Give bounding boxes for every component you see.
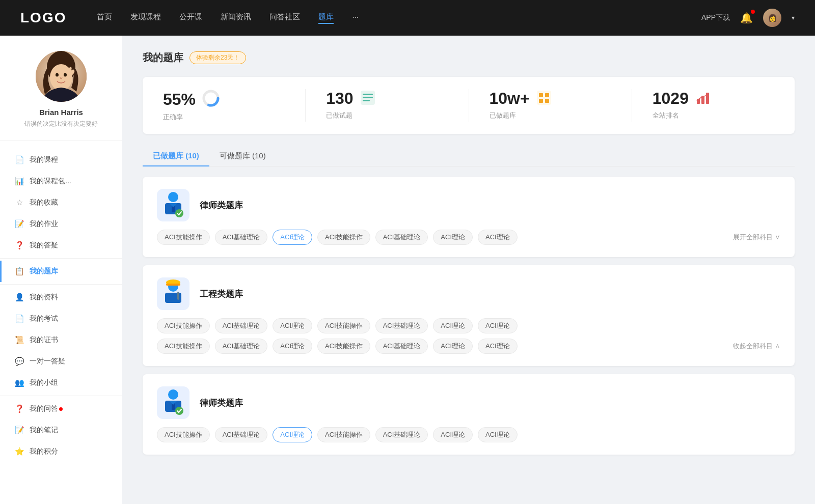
tag-1-1[interactable]: ACI基础理论 [215,339,268,354]
tag-1-1[interactable]: ACI基础理论 [215,318,268,333]
sidebar-icon-7: 📄 [14,314,24,323]
stat-label-1: 已做试题 [326,111,352,120]
tag-0-6[interactable]: ACI理论 [478,230,518,245]
tag-2-2[interactable]: ACI理论 [273,427,312,442]
tag-1-2[interactable]: ACI理论 [273,318,312,333]
notification-badge [751,10,755,14]
sidebar-icon-0: 📄 [14,155,24,164]
tag-0-3[interactable]: ACI技能操作 [317,230,370,245]
tag-0-2[interactable]: ACI理论 [273,230,312,245]
svg-point-3 [56,73,59,77]
sidebar-item-11[interactable]: ❓我的问答 [0,398,122,419]
tag-0-4[interactable]: ACI基础理论 [375,230,428,245]
sidebar-icon-10: 👥 [14,378,24,387]
stat-icon-3 [695,90,711,108]
tag-1-6[interactable]: ACI理论 [478,339,518,354]
nav-item-公开课[interactable]: 公开课 [179,12,202,24]
sidebar: Brian Harris 错误的决定比没有决定要好 📄我的课程📊我的课程包...… [0,36,122,504]
avatar-image: 👩 [763,9,781,27]
stat-value-2: 10w+ [490,89,530,108]
sidebar-item-3[interactable]: 📝我的作业 [0,213,122,235]
tag-2-4[interactable]: ACI基础理论 [375,427,428,442]
chevron-down-icon[interactable]: ▾ [792,14,795,21]
tab-0[interactable]: 已做题库 (10) [143,146,209,166]
notification-bell[interactable]: 🔔 [740,12,753,24]
tag-2-6[interactable]: ACI理论 [478,427,518,442]
qbank-list: 律师类题库ACI技能操作ACI基础理论ACI理论ACI技能操作ACI基础理论AC… [143,177,795,455]
tag-0-5[interactable]: ACI理论 [433,230,473,245]
sidebar-item-10[interactable]: 👥我的小组 [0,372,122,394]
nav-item-题库[interactable]: 题库 [318,12,334,24]
svg-point-22 [175,209,183,217]
svg-rect-25 [166,284,180,286]
sidebar-item-0[interactable]: 📄我的课程 [0,149,122,171]
sidebar-icon-1: 📊 [14,177,24,186]
tag-1-2[interactable]: ACI理论 [273,339,312,354]
tag-1-5[interactable]: ACI理论 [433,318,473,333]
stat-value-1: 130 [326,89,353,108]
sidebar-icon-2: ☆ [14,198,24,207]
qbank-title-2: 律师类题库 [200,397,780,409]
tabs: 已做题库 (10)可做题库 (10) [143,146,795,166]
nav-item-发现课程[interactable]: 发现课程 [130,12,161,24]
nav-item-首页[interactable]: 首页 [97,12,112,24]
sidebar-item-1[interactable]: 📊我的课程包... [0,171,122,192]
expand-link-1[interactable]: 收起全部科目 ∧ [733,342,780,351]
tag-1-3[interactable]: ACI技能操作 [317,339,370,354]
sidebar-item-12[interactable]: 📝我的笔记 [0,419,122,441]
sidebar-label-9: 一对一答疑 [30,357,65,366]
stat-item-3: 1029 全站排名 [632,89,795,122]
svg-rect-15 [545,99,549,103]
notification-dot [59,407,63,411]
tag-1-5[interactable]: ACI理论 [433,339,473,354]
tab-1[interactable]: 可做题库 (10) [209,146,276,166]
sidebar-icon-9: 💬 [14,357,24,366]
user-avatar [36,51,87,102]
qbank-header-1: 工程类题库 [157,277,780,310]
sidebar-item-8[interactable]: 📜我的证书 [0,329,122,351]
sidebar-item-13[interactable]: ⭐我的积分 [0,441,122,462]
tag-1-0[interactable]: ACI技能操作 [157,339,210,354]
tag-1-0[interactable]: ACI技能操作 [157,318,210,333]
sidebar-item-7[interactable]: 📄我的考试 [0,308,122,329]
svg-rect-8 [363,94,373,95]
tag-2-3[interactable]: ACI技能操作 [317,427,370,442]
tag-1-4[interactable]: ACI基础理论 [375,339,428,354]
sidebar-label-1: 我的课程包... [30,177,71,186]
tag-2-0[interactable]: ACI技能操作 [157,427,210,442]
sidebar-label-4: 我的答疑 [30,241,58,250]
sidebar-item-4[interactable]: ❓我的答疑 [0,235,122,256]
nav-menu: 首页发现课程公开课新闻资讯问答社区题库··· [97,12,701,24]
sidebar-label-6: 我的资料 [30,293,58,302]
qbank-icon-0 [157,189,189,221]
tag-1-3[interactable]: ACI技能操作 [317,318,370,333]
tag-2-1[interactable]: ACI基础理论 [215,427,268,442]
stat-value-3: 1029 [653,89,689,108]
sidebar-item-5[interactable]: 📋我的题库 [0,261,122,282]
avatar-image-sidebar [36,51,87,102]
nav-item-···[interactable]: ··· [352,12,359,24]
user-avatar-nav[interactable]: 👩 [763,9,781,27]
nav-item-新闻资讯[interactable]: 新闻资讯 [221,12,251,24]
main-layout: Brian Harris 错误的决定比没有决定要好 📄我的课程📊我的课程包...… [0,36,815,504]
nav-item-问答社区[interactable]: 问答社区 [269,12,300,24]
stat-item-1: 130 已做试题 [306,89,469,122]
tag-1-6[interactable]: ACI理论 [478,318,518,333]
sidebar-menu: 📄我的课程📊我的课程包...☆我的收藏📝我的作业❓我的答疑📋我的题库👤我的资料📄… [0,141,122,470]
sidebar-item-9[interactable]: 💬一对一答疑 [0,351,122,372]
sidebar-label-0: 我的课程 [30,155,58,164]
stat-label-3: 全站排名 [653,111,679,120]
tag-2-5[interactable]: ACI理论 [433,427,473,442]
qbank-card-2: 律师类题库ACI技能操作ACI基础理论ACI理论ACI技能操作ACI基础理论AC… [143,374,795,455]
sidebar-label-12: 我的笔记 [30,426,58,435]
sidebar-item-6[interactable]: 👤我的资料 [0,287,122,308]
navbar: LOGO 首页发现课程公开课新闻资讯问答社区题库··· APP下载 🔔 👩 ▾ [0,0,815,36]
page-header: 我的题库 体验剩余23天！ [143,51,795,65]
expand-link-0[interactable]: 展开全部科目 ∨ [733,233,780,242]
logo[interactable]: LOGO [20,10,66,26]
tag-1-4[interactable]: ACI基础理论 [375,318,428,333]
tag-0-1[interactable]: ACI基础理论 [215,230,268,245]
sidebar-item-2[interactable]: ☆我的收藏 [0,192,122,213]
app-download[interactable]: APP下载 [701,13,730,22]
tag-0-0[interactable]: ACI技能操作 [157,230,210,245]
